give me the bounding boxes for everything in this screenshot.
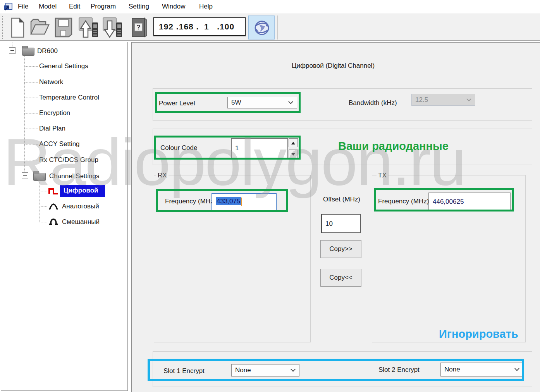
- annotation-ignore: Игнорировать: [439, 328, 518, 340]
- mixed-channel-icon: [48, 217, 58, 226]
- app-icon: [3, 2, 13, 14]
- new-file-icon: [9, 33, 26, 40]
- tree-connector: [40, 191, 47, 191]
- power-level-select[interactable]: 5W: [227, 97, 297, 108]
- tree-item-channel-settings[interactable]: Channel Settings: [49, 172, 99, 180]
- colour-code-value: 1: [235, 144, 239, 152]
- analog-channel-icon: [48, 202, 58, 210]
- write-to-radio-button[interactable]: [78, 17, 98, 39]
- tx-frequency-label: Frequency (MHz): [378, 198, 429, 205]
- colour-code-label: Colour Code: [160, 144, 197, 152]
- tree-connector: [40, 206, 47, 207]
- new-file-button[interactable]: [9, 17, 29, 39]
- colour-code-spinner[interactable]: 1: [231, 138, 298, 158]
- tree-item-rx-ctc-dcs-group[interactable]: Rx CTC/DCS Group: [39, 156, 98, 164]
- slot2-encrypt-label: Slot 2 Encrypt: [378, 366, 420, 374]
- offset-value: 10: [325, 220, 333, 228]
- chevron-down-icon: [466, 96, 471, 101]
- tree-item-analog[interactable]: Аналоговый: [62, 203, 99, 210]
- menu-window[interactable]: Window: [162, 3, 185, 10]
- offset-label: Offset (MHz): [320, 196, 363, 203]
- tree-item-accy-setting[interactable]: ACCY Setting: [39, 140, 80, 148]
- menu-program[interactable]: Program: [91, 3, 116, 10]
- chevron-down-icon: [291, 367, 296, 372]
- help-book-icon: ?: [130, 33, 148, 39]
- rx-group-label: RX: [156, 172, 169, 179]
- menu-bar: File Model Edit Program Setting Window H…: [0, 0, 540, 14]
- upload-radio-icon: [78, 33, 99, 40]
- toolbar-separator: [277, 15, 278, 40]
- tree-connector: [24, 82, 38, 83]
- tree-connector: [24, 160, 38, 160]
- open-file-button[interactable]: [29, 17, 50, 39]
- menu-setting[interactable]: Setting: [129, 3, 149, 10]
- help-button[interactable]: ?: [130, 17, 150, 39]
- tree-item-network[interactable]: Network: [39, 78, 63, 86]
- copy-to-tx-button[interactable]: Copy>>: [320, 240, 361, 258]
- digital-channel-icon: [48, 187, 58, 195]
- tree-panel: DR600 General Settings Network Temperatu…: [1, 42, 128, 391]
- tree-item-temperature-control[interactable]: Temperature Control: [39, 94, 99, 101]
- save-file-button[interactable]: [54, 17, 74, 39]
- tree-item-encryption[interactable]: Encryption: [39, 109, 70, 117]
- tree-connector: [24, 129, 38, 129]
- tree-connector: [40, 222, 47, 222]
- tree-item-dr600[interactable]: DR600: [37, 47, 58, 55]
- tree-connector: [12, 42, 12, 47]
- save-icon: [54, 33, 73, 39]
- spin-up-button[interactable]: [289, 138, 298, 147]
- tree-item-digital-selected[interactable]: Цифровой: [60, 185, 105, 197]
- svg-text:?: ?: [136, 24, 140, 31]
- ip-address-input[interactable]: 192 .168 . 1 .100: [153, 17, 246, 36]
- toolbar: ? 192 .168 . 1 .100: [0, 14, 540, 41]
- menu-model[interactable]: Model: [39, 3, 57, 10]
- menu-edit[interactable]: Edit: [69, 3, 80, 10]
- tree-connector: [24, 98, 38, 98]
- menu-file[interactable]: File: [18, 3, 28, 10]
- chevron-down-icon: [514, 366, 519, 371]
- rx-frequency-value: 433,075: [216, 197, 241, 205]
- connect-button[interactable]: [248, 15, 275, 40]
- slot1-encrypt-select[interactable]: None: [231, 364, 299, 377]
- bandwidth-value: 12.5: [415, 96, 428, 104]
- spin-down-button[interactable]: [289, 150, 298, 158]
- bandwidth-label: Bandwidth (kHz): [349, 99, 397, 107]
- tree-connector: [40, 180, 40, 222]
- tree-item-general-settings[interactable]: General Settings: [39, 62, 88, 70]
- folder-icon: [22, 48, 34, 55]
- tree-item-mixed[interactable]: Смешанный: [62, 218, 100, 226]
- tree-connector: [24, 66, 38, 67]
- annotation-your-radio-data: Ваши радиоданные: [338, 140, 449, 153]
- page-title: Цифровой (Digital Channel): [132, 62, 535, 70]
- tree-connector: [24, 55, 25, 173]
- rx-frequency-label: Frequency (MHz): [165, 198, 216, 205]
- power-level-label: Power Level: [159, 100, 195, 107]
- copy-to-rx-button[interactable]: Copy<<: [320, 269, 361, 287]
- tree-connector: [24, 144, 38, 144]
- read-from-radio-button[interactable]: [102, 17, 122, 39]
- expand-box-channel-settings[interactable]: [22, 172, 28, 179]
- power-level-value: 5W: [231, 99, 241, 107]
- tree-connector: [24, 113, 38, 113]
- tx-group-label: TX: [377, 172, 388, 179]
- rx-frequency-input[interactable]: 433,075: [212, 193, 277, 211]
- slot1-encrypt-label: Slot 1 Encrypt: [163, 367, 205, 375]
- tx-frequency-input[interactable]: 446,00625: [428, 193, 511, 211]
- text-caret: [241, 198, 242, 206]
- chevron-down-icon: [288, 99, 293, 104]
- bandwidth-select: 12.5: [411, 94, 475, 106]
- offset-input[interactable]: 10: [321, 214, 361, 233]
- expand-box-root[interactable]: [9, 47, 15, 54]
- slot2-encrypt-select[interactable]: None: [440, 363, 523, 377]
- toolbar-grip: [2, 16, 3, 39]
- power-group-box: [153, 88, 532, 121]
- menu-help[interactable]: Help: [199, 3, 213, 10]
- tx-frequency-value: 446,00625: [433, 198, 464, 206]
- download-radio-icon: [102, 33, 123, 40]
- slot2-encrypt-value: None: [444, 366, 460, 373]
- tree-item-dial-plan[interactable]: Dial Plan: [39, 125, 65, 132]
- slot1-encrypt-value: None: [235, 366, 251, 374]
- tree-connector: [16, 51, 22, 51]
- colour-code-input[interactable]: 1: [231, 138, 288, 158]
- open-folder-icon: [29, 32, 50, 38]
